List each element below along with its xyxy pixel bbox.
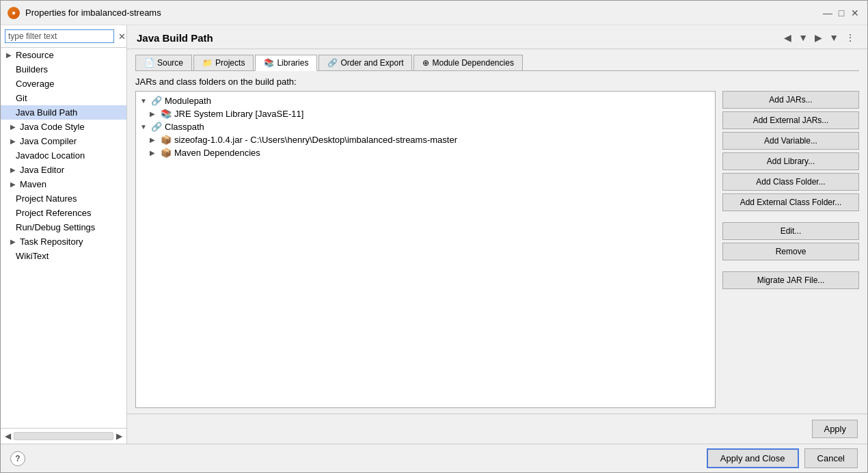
minimize-button[interactable]: — <box>822 8 833 18</box>
sidebar-item-run-debug[interactable]: Run/Debug Settings <box>1 220 126 234</box>
sidebar-scroll-left-button[interactable]: ◀ <box>5 431 11 441</box>
tree-item-label: Modulepath <box>165 96 211 106</box>
sidebar-item-label: Javadoc Location <box>16 150 85 161</box>
tab-module-dependencies[interactable]: ⊕ Module Dependencies <box>413 55 522 70</box>
title-bar: ● Properties for imbalanced-streams — □ … <box>1 1 867 25</box>
add-external-jars-button[interactable]: Add External JARs... <box>722 111 859 129</box>
nav-forward-dropdown-button[interactable]: ▼ <box>826 31 841 44</box>
button-spacer-2 <box>722 263 859 269</box>
add-variable-button[interactable]: Add Variable... <box>722 132 859 150</box>
panel-header: Java Build Path ◀ ▼ ▶ ▼ ⋮ <box>127 25 867 49</box>
filter-clear-button[interactable]: ✕ <box>117 31 127 42</box>
sidebar-item-project-natures[interactable]: Project Natures <box>1 191 126 206</box>
nav-menu-button[interactable]: ⋮ <box>843 31 858 44</box>
chevron-right-icon: ▶ <box>6 51 13 59</box>
sidebar-item-label: Java Editor <box>20 165 64 175</box>
projects-tab-icon: 📁 <box>202 58 213 68</box>
add-jars-button[interactable]: Add JARs... <box>722 91 859 109</box>
tab-order-export[interactable]: 🔗 Order and Export <box>318 55 412 70</box>
modulepath-icon: 🔗 <box>151 96 162 106</box>
add-external-class-folder-button[interactable]: Add External Class Folder... <box>722 193 859 211</box>
tree-item-label: Maven Dependencies <box>174 148 260 158</box>
apply-close-button[interactable]: Apply and Close <box>707 448 799 468</box>
sidebar-item-git[interactable]: Git <box>1 91 126 105</box>
chevron-down-icon: ▼ <box>140 123 148 131</box>
cancel-button[interactable]: Cancel <box>804 448 858 468</box>
classpath-icon: 🔗 <box>151 122 162 132</box>
buttons-panel: Add JARs... Add External JARs... Add Var… <box>722 91 859 408</box>
maximize-button[interactable]: □ <box>836 8 847 18</box>
chevron-right-icon: ▶ <box>10 166 17 174</box>
sidebar-item-label: Java Build Path <box>16 107 77 118</box>
sidebar-item-java-build-path[interactable]: Java Build Path <box>1 105 126 120</box>
tab-projects[interactable]: 📁 Projects <box>193 55 254 70</box>
tree-item-label: Classpath <box>165 122 204 132</box>
add-library-button[interactable]: Add Library... <box>722 152 859 170</box>
sidebar-item-javadoc-location[interactable]: Javadoc Location <box>1 148 126 163</box>
sidebar-item-java-editor[interactable]: ▶ Java Editor <box>1 163 126 177</box>
tree-item-jre-system[interactable]: ▶ 📚 JRE System Library [JavaSE-11] <box>136 107 715 120</box>
tab-source[interactable]: 📄 Source <box>135 55 192 70</box>
button-spacer <box>722 214 859 219</box>
edit-button[interactable]: Edit... <box>722 222 859 240</box>
sidebar-item-label: WikiText <box>16 251 49 261</box>
panel-nav-buttons: ◀ ▼ ▶ ▼ ⋮ <box>781 31 858 44</box>
tab-libraries[interactable]: 📚 Libraries <box>255 55 317 71</box>
chevron-right-icon: ▶ <box>150 149 158 157</box>
filter-box: ✕ <box>1 25 126 48</box>
tree-container[interactable]: ▼ 🔗 Modulepath ▶ 📚 JRE System Library [J… <box>135 91 716 408</box>
tree-item-maven-deps[interactable]: ▶ 📦 Maven Dependencies <box>136 146 715 159</box>
chevron-down-icon: ▼ <box>140 97 148 105</box>
sidebar-item-label: Java Compiler <box>20 136 77 146</box>
sidebar-item-label: Resource <box>16 50 54 60</box>
search-input[interactable] <box>5 29 114 43</box>
sidebar-item-label: Task Repository <box>20 236 83 247</box>
sidebar-item-coverage[interactable]: Coverage <box>1 77 126 91</box>
tree-item-classpath[interactable]: ▼ 🔗 Classpath <box>136 120 715 133</box>
tree-item-label: JRE System Library [JavaSE-11] <box>174 109 303 119</box>
tab-source-label: Source <box>157 58 183 68</box>
chevron-right-icon: ▶ <box>10 180 17 188</box>
libraries-tab-icon: 📚 <box>264 58 274 68</box>
title-bar-left: ● Properties for imbalanced-streams <box>8 7 161 19</box>
sidebar-item-label: Java Code Style <box>20 122 85 132</box>
sidebar-item-java-compiler[interactable]: ▶ Java Compiler <box>1 134 126 148</box>
help-button[interactable]: ? <box>10 451 25 466</box>
order-export-tab-icon: 🔗 <box>327 58 338 68</box>
nav-forward-button[interactable]: ▶ <box>812 31 825 44</box>
window-title: Properties for imbalanced-streams <box>25 8 161 18</box>
sidebar-item-builders[interactable]: Builders <box>1 62 126 77</box>
sidebar-item-task-repository[interactable]: ▶ Task Repository <box>1 234 126 249</box>
sidebar: ✕ ▶ Resource Builders Coverage Git <box>1 25 127 444</box>
add-class-folder-button[interactable]: Add Class Folder... <box>722 173 859 191</box>
sidebar-list: ▶ Resource Builders Coverage Git Java Bu… <box>1 48 126 428</box>
sidebar-bottom: ◀ ▶ <box>1 428 126 444</box>
sidebar-scroll-right-button[interactable]: ▶ <box>116 431 122 441</box>
nav-dropdown-button[interactable]: ▼ <box>796 31 811 44</box>
migrate-jar-button[interactable]: Migrate JAR File... <box>722 271 859 289</box>
sidebar-item-java-code-style[interactable]: ▶ Java Code Style <box>1 120 126 134</box>
tab-libraries-label: Libraries <box>277 58 308 68</box>
right-panel: Java Build Path ◀ ▼ ▶ ▼ ⋮ 📄 Source <box>127 25 867 444</box>
build-path-main: ▼ 🔗 Modulepath ▶ 📚 JRE System Library [J… <box>135 91 859 408</box>
nav-back-button[interactable]: ◀ <box>781 31 794 44</box>
chevron-right-icon: ▶ <box>10 123 17 131</box>
sidebar-item-wikitext[interactable]: WikiText <box>1 249 126 263</box>
app-icon: ● <box>8 7 20 19</box>
panel-body: 📄 Source 📁 Projects 📚 Libraries 🔗 Order … <box>127 49 867 414</box>
close-button[interactable]: ✕ <box>850 8 860 18</box>
tree-item-modulepath[interactable]: ▼ 🔗 Modulepath <box>136 94 715 107</box>
sidebar-item-project-references[interactable]: Project References <box>1 206 126 220</box>
tabs-row: 📄 Source 📁 Projects 📚 Libraries 🔗 Order … <box>135 55 859 71</box>
chevron-right-icon: ▶ <box>10 238 17 245</box>
sidebar-item-maven[interactable]: ▶ Maven <box>1 177 126 191</box>
chevron-right-icon: ▶ <box>10 137 17 145</box>
remove-button[interactable]: Remove <box>722 243 859 260</box>
maven-icon: 📦 <box>161 148 172 158</box>
sidebar-item-resource[interactable]: ▶ Resource <box>1 48 126 62</box>
sidebar-item-label: Project Natures <box>16 193 77 204</box>
tree-item-sizeofag[interactable]: ▶ 📦 sizeofag-1.0.4.jar - C:\Users\henry\… <box>136 133 715 146</box>
apply-button[interactable]: Apply <box>812 420 858 438</box>
sidebar-horizontal-scrollbar[interactable] <box>14 432 113 440</box>
sidebar-item-label: Coverage <box>16 79 54 89</box>
